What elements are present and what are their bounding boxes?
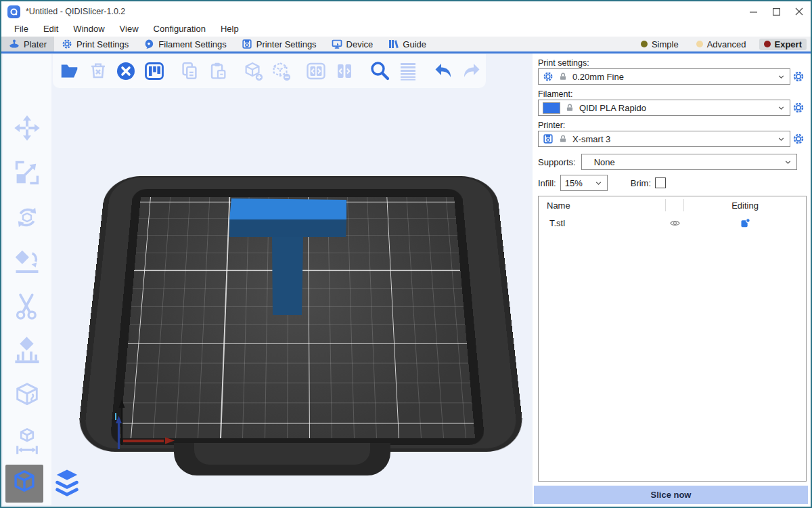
slice-now-button[interactable]: Slice now: [534, 486, 808, 504]
variable-layer-height-button[interactable]: [397, 60, 420, 83]
measure-button[interactable]: [12, 425, 43, 457]
menu-window[interactable]: Window: [66, 22, 112, 37]
preview-view-button[interactable]: [48, 465, 86, 503]
gear-icon: [543, 71, 554, 82]
filament-label: Filament:: [538, 89, 807, 100]
print-settings-gear-button[interactable]: [790, 70, 807, 83]
search-button[interactable]: [368, 60, 391, 83]
filament-combo[interactable]: QIDI PLA Rapido: [538, 100, 790, 116]
rotate-button[interactable]: [12, 202, 43, 233]
3d-editor-view-button[interactable]: [5, 465, 43, 503]
tab-plater[interactable]: Plater: [1, 37, 54, 51]
print-bed-surface-grid: [120, 197, 475, 438]
chevron-down-icon: [777, 104, 786, 112]
arrange-button[interactable]: [143, 60, 166, 83]
advanced-mode-dot-icon: [696, 41, 703, 47]
printer-label: Printer:: [538, 120, 807, 131]
mode-expert[interactable]: Expert: [759, 39, 807, 50]
mode-selector: Simple Advanced Expert: [636, 37, 811, 51]
scale-button[interactable]: [12, 157, 43, 188]
object-list-row[interactable]: T.stl: [539, 214, 806, 232]
gear-icon: [62, 39, 72, 49]
printer-value: X-smart 3: [572, 134, 610, 144]
seam-painting-button[interactable]: [12, 381, 43, 412]
object-settings-button[interactable]: [684, 217, 806, 229]
menu-configuration[interactable]: Configuration: [146, 22, 213, 37]
place-on-face-button[interactable]: [12, 247, 43, 278]
view-mode-toggles: [5, 465, 86, 503]
split-to-objects-button[interactable]: [304, 60, 328, 83]
maximize-button[interactable]: [765, 1, 788, 22]
app-logo-icon: [7, 5, 20, 18]
cut-button[interactable]: [12, 291, 43, 322]
3d-viewport[interactable]: [1, 54, 533, 507]
right-settings-panel: Print settings: 0.20mm Fine Filament: QI…: [533, 54, 811, 507]
print-settings-label: Print settings:: [538, 58, 807, 68]
tab-printer-settings[interactable]: Printer Settings: [234, 37, 324, 51]
filament-value: QIDI PLA Rapido: [579, 103, 646, 113]
remove-instance-button[interactable]: [269, 60, 292, 83]
plater-icon: [9, 39, 20, 49]
menu-file[interactable]: File: [7, 22, 36, 37]
simple-mode-dot-icon: [641, 41, 648, 47]
supports-value: None: [586, 157, 615, 167]
editing-column-header: Editing: [684, 200, 806, 211]
visibility-column-header: [665, 199, 684, 211]
object-settings-icon: [740, 217, 751, 229]
print-settings-combo[interactable]: 0.20mm Fine: [538, 68, 790, 85]
delete-all-button[interactable]: [114, 60, 137, 83]
menu-edit[interactable]: Edit: [36, 22, 66, 37]
top-toolbar: [53, 54, 486, 88]
minimize-button[interactable]: [742, 1, 765, 22]
supports-combo[interactable]: None: [581, 154, 797, 170]
paste-button[interactable]: [206, 60, 229, 83]
close-button[interactable]: [788, 1, 811, 22]
redo-button[interactable]: [460, 60, 483, 83]
printer-icon: [242, 39, 252, 49]
copy-button[interactable]: [178, 60, 201, 83]
visibility-toggle[interactable]: [665, 217, 684, 229]
guide-icon: [388, 39, 399, 49]
tab-bar: Plater Print Settings Filament Settings …: [1, 37, 811, 54]
window-title: *Untitled - QIDISlicer-1.0.2: [26, 7, 125, 16]
split-to-parts-button[interactable]: [333, 60, 356, 83]
brim-checkbox[interactable]: [655, 177, 666, 188]
tab-label: Guide: [403, 39, 426, 49]
expert-mode-dot-icon: [764, 41, 771, 47]
mode-simple[interactable]: Simple: [636, 39, 683, 50]
cube-3d-icon: [8, 467, 41, 500]
printer-gear-button[interactable]: [790, 133, 807, 145]
tab-guide[interactable]: Guide: [380, 37, 434, 51]
title-bar: *Untitled - QIDISlicer-1.0.2: [1, 1, 811, 22]
object-list-header: Name Editing: [539, 196, 806, 214]
filament-gear-button[interactable]: [790, 102, 807, 114]
printer-combo[interactable]: X-smart 3: [538, 131, 790, 147]
tab-label: Printer Settings: [256, 39, 317, 49]
tab-label: Plater: [24, 39, 47, 49]
brim-label: Brim:: [631, 178, 651, 188]
chevron-down-icon: [594, 179, 603, 188]
paint-supports-button[interactable]: [12, 336, 43, 367]
menu-view[interactable]: View: [112, 22, 146, 37]
tab-device[interactable]: Device: [324, 37, 381, 51]
infill-label: Infill:: [538, 178, 556, 188]
eye-icon: [669, 217, 681, 229]
add-instance-button[interactable]: [242, 60, 265, 83]
name-column-header: Name: [539, 200, 665, 211]
undo-button[interactable]: [432, 60, 455, 83]
device-icon: [332, 39, 342, 49]
printer-icon: [543, 133, 554, 144]
open-button[interactable]: [58, 60, 81, 83]
infill-combo[interactable]: 15%: [560, 175, 608, 191]
mode-advanced[interactable]: Advanced: [692, 39, 751, 50]
delete-button[interactable]: [87, 60, 110, 83]
supports-label: Supports:: [538, 157, 576, 167]
layers-icon: [50, 467, 84, 501]
menu-bar: File Edit Window View Configuration Help: [1, 22, 811, 37]
tab-print-settings[interactable]: Print Settings: [54, 37, 136, 51]
move-button[interactable]: [12, 112, 43, 144]
object-name: T.stl: [539, 218, 665, 228]
tab-label: Device: [346, 39, 374, 49]
menu-help[interactable]: Help: [213, 22, 246, 37]
tab-filament-settings[interactable]: Filament Settings: [136, 37, 233, 51]
